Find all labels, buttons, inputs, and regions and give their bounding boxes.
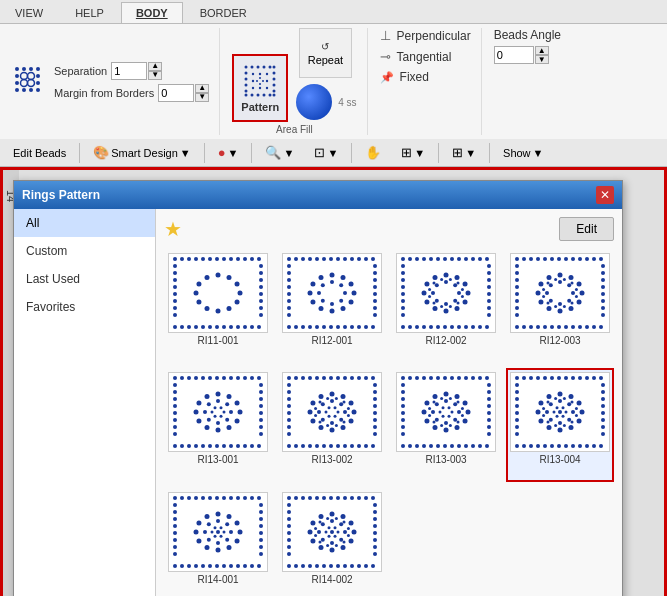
angle-down[interactable]: ▼ <box>535 55 549 64</box>
favorites-star[interactable]: ★ <box>164 217 182 241</box>
frame-button[interactable]: ⊞ ▼ <box>443 142 485 163</box>
tab-help[interactable]: HELP <box>60 2 119 23</box>
svg-point-572 <box>515 425 519 429</box>
svg-point-143 <box>373 313 377 317</box>
repeat-button[interactable]: ↺ Repeat <box>299 28 352 78</box>
pattern-item[interactable]: RI13-002 <box>278 368 386 481</box>
svg-point-308 <box>554 278 557 281</box>
svg-point-365 <box>235 401 240 406</box>
pattern-item[interactable]: RI11-001 <box>164 249 272 362</box>
pattern-item[interactable]: RI14-002 <box>278 488 386 596</box>
edit-beads-button[interactable]: Edit Beads <box>4 144 75 162</box>
area-fill-label: Area Fill <box>276 122 313 135</box>
svg-point-660 <box>259 538 263 542</box>
svg-point-669 <box>194 529 199 534</box>
smart-design-button[interactable]: 🎨 Smart Design ▼ <box>84 142 200 163</box>
svg-point-286 <box>536 291 541 296</box>
tab-border[interactable]: BORDER <box>185 2 262 23</box>
svg-point-704 <box>294 564 298 568</box>
svg-point-424 <box>341 425 346 430</box>
svg-point-534 <box>428 407 431 410</box>
svg-point-752 <box>337 530 340 533</box>
sidebar-item-favorites[interactable]: Favorites <box>14 293 155 321</box>
toolbar2-sep5 <box>438 143 439 163</box>
tab-body[interactable]: BODY <box>121 2 183 23</box>
svg-point-344 <box>173 425 177 429</box>
svg-point-233 <box>432 282 435 285</box>
svg-point-600 <box>558 399 562 403</box>
pattern-button[interactable]: Pattern <box>232 54 288 122</box>
svg-point-174 <box>471 257 475 261</box>
pattern-label: RI14-002 <box>311 574 352 585</box>
svg-point-537 <box>449 397 452 400</box>
svg-point-454 <box>314 407 317 410</box>
svg-point-82 <box>259 264 263 268</box>
sidebar-item-all[interactable]: All <box>14 209 155 237</box>
svg-point-270 <box>515 306 519 310</box>
sidebar-item-custom[interactable]: Custom <box>14 237 155 265</box>
svg-point-675 <box>229 530 233 534</box>
svg-point-5 <box>21 72 28 79</box>
svg-point-37 <box>259 73 261 75</box>
svg-point-578 <box>601 411 605 415</box>
pattern-item[interactable]: RI13-001 <box>164 368 272 481</box>
svg-point-710 <box>336 564 340 568</box>
svg-point-363 <box>216 392 221 397</box>
pattern-item[interactable]: RI12-001 <box>278 249 386 362</box>
separation-down[interactable]: ▼ <box>148 71 162 80</box>
svg-point-764 <box>314 534 317 537</box>
pattern-item[interactable]: RI12-002 <box>392 249 500 362</box>
svg-point-552 <box>599 376 603 380</box>
svg-point-419 <box>373 418 377 422</box>
margin-spinbox[interactable]: ▲ ▼ <box>158 84 209 102</box>
color-icon: ● <box>218 145 226 160</box>
margin-arrows: ▲ ▼ <box>195 84 209 102</box>
pattern-item[interactable]: RI13-003 <box>392 368 500 481</box>
svg-point-98 <box>205 275 210 280</box>
svg-point-24 <box>245 78 248 81</box>
toolbar2-sep1 <box>79 143 80 163</box>
sep-controls: Separation ▲ ▼ Margin from Borders <box>54 62 209 102</box>
svg-point-436 <box>330 421 334 425</box>
zoom-button[interactable]: 🔍 ▼ <box>256 142 303 163</box>
sidebar-item-last-used[interactable]: Last Used <box>14 265 155 293</box>
margin-down[interactable]: ▼ <box>195 93 209 102</box>
svg-point-224 <box>444 280 448 284</box>
margin-input[interactable] <box>158 84 194 102</box>
tool-button[interactable]: ⊞ ▼ <box>392 142 434 163</box>
pattern-item[interactable]: RI14-001 <box>164 488 272 596</box>
svg-point-597 <box>549 418 553 422</box>
svg-point-505 <box>444 428 449 433</box>
pattern-item[interactable]: RI13-004 <box>506 368 614 481</box>
svg-point-92 <box>227 306 232 311</box>
svg-point-358 <box>205 425 210 430</box>
tab-view[interactable]: VIEW <box>0 2 58 23</box>
pattern-thumb <box>510 253 610 333</box>
angle-input[interactable] <box>494 46 534 64</box>
angle-up[interactable]: ▲ <box>535 46 549 55</box>
pattern-thumb <box>168 372 268 452</box>
color-button[interactable]: ● ▼ <box>209 142 248 163</box>
pattern-item[interactable]: RI12-003 <box>506 249 614 362</box>
svg-point-509 <box>424 401 429 406</box>
svg-point-692 <box>301 496 305 500</box>
svg-point-66 <box>208 325 212 329</box>
svg-point-673 <box>227 514 232 519</box>
angle-spinbox[interactable]: ▲ ▼ <box>494 46 549 64</box>
svg-point-19 <box>263 66 266 69</box>
separation-spinbox[interactable]: ▲ ▼ <box>111 62 162 80</box>
svg-point-685 <box>214 534 217 537</box>
smart-design-arrow: ▼ <box>180 147 191 159</box>
edit-beads-label: Edit Beads <box>13 147 66 159</box>
separation-input[interactable] <box>111 62 147 80</box>
svg-point-195 <box>401 299 405 303</box>
show-button[interactable]: Show ▼ <box>494 144 552 162</box>
svg-point-14 <box>29 88 33 92</box>
pan-button[interactable]: ✋ <box>356 142 390 163</box>
svg-point-573 <box>515 432 519 436</box>
dialog-edit-button[interactable]: Edit <box>559 217 614 241</box>
separation-label: Separation <box>54 65 107 77</box>
dialog-close-button[interactable]: ✕ <box>596 186 614 204</box>
svg-point-427 <box>310 419 315 424</box>
select-button[interactable]: ⊡ ▼ <box>305 142 347 163</box>
